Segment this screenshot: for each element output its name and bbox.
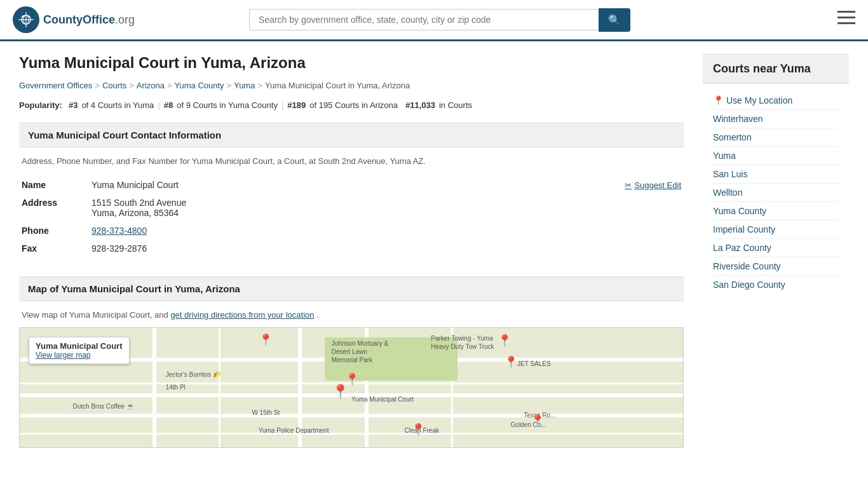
map-pin-main: 📍 [332,384,349,400]
sidebar-link-san-diego-county[interactable]: San Diego County [713,280,785,290]
sidebar-link-somerton[interactable]: Somerton [713,132,752,142]
logo-icon [13,6,39,33]
map-label: Parker Towing - Yuma [431,335,492,342]
map-label: JET SALES [517,360,551,367]
svg-point-5 [22,15,24,18]
map-pin-tl: 📍 [259,333,273,347]
list-item: San Luis [713,165,839,184]
sidebar-link-yuma[interactable]: Yuma [713,151,736,161]
logo[interactable]: CountyOffice.org [13,6,135,33]
map-label: Jector's Burritos 🌮 [166,371,220,378]
rank2-text: of 9 Courts in Yuma County [177,100,278,110]
map-label: Yuma Municipal Court [351,396,414,403]
rank3-text: of 195 Courts in Arizona [309,100,398,110]
directions-link[interactable]: get driving directions from your locatio… [170,310,314,320]
suggest-edit-button[interactable]: ✂ Suggest Edit [625,180,681,190]
list-item: Somerton [713,128,839,147]
fax-value: 928-329-2876 [89,240,684,257]
map-description: View map of Yuma Municipal Court, and ge… [19,310,684,320]
map-road [20,414,683,417]
search-area: 🔍 [249,8,630,32]
address-row: Address 1515 South 2nd Avenue Yuma, Ariz… [19,194,684,222]
map-label: 14th Pl [166,384,186,391]
rank1: #3 [69,100,78,110]
address-line1: 1515 South 2nd Avenue [92,198,681,208]
edit-icon: ✂ [625,180,632,190]
phone-label: Phone [19,222,89,240]
list-item: Imperial County [713,220,839,239]
map-container[interactable]: ARCO Jector's Burritos 🌮 14th Pl Dutch B… [19,327,684,448]
map-label: Memorial Park [332,356,372,363]
sidebar-title: Courts near Yuma [703,54,849,84]
list-item: Riverside County [713,257,839,276]
sidebar-link-san-luis[interactable]: San Luis [713,169,747,179]
list-item: San Diego County [713,276,839,294]
breadcrumb: Government Offices > Courts > Arizona > … [19,81,684,90]
sidebar-link-la-paz-county[interactable]: La Paz County [713,243,771,253]
map-road [153,328,156,447]
rank4: #11,033 [405,100,435,110]
name-label: Name [19,176,89,194]
fax-row: Fax 928-329-2876 [19,240,684,257]
view-larger-map-link[interactable]: View larger map [36,351,90,360]
location-pin-icon: 📍 [713,95,724,105]
map-section-header: Map of Yuma Municipal Court in Yuma, Ari… [19,276,684,301]
map-pin-blue: 📍 [498,334,512,348]
breadcrumb-courts[interactable]: Courts [102,81,126,90]
map-label: Desert Lawn [332,348,367,355]
map-road [219,328,220,447]
list-item: Wellton [713,184,839,202]
map-pin-br: 📍 [531,414,545,428]
main-container: Yuma Municipal Court in Yuma, Arizona Go… [0,41,868,473]
breadcrumb-current: Yuma Municipal Court in Yuma, Arizona [265,81,410,90]
list-item: Winterhaven [713,110,839,128]
svg-rect-9 [837,22,855,24]
address-line2: Yuma, Arizona, 85364 [92,208,681,218]
sidebar-list: 📍 Use My Location Winterhaven Somerton Y… [703,86,849,299]
breadcrumb-yuma-county[interactable]: Yuma County [175,81,224,90]
sidebar-link-imperial-county[interactable]: Imperial County [713,224,775,234]
hamburger-menu-icon[interactable] [837,11,855,29]
popularity-info: Popularity: #3 of 4 Courts in Yuma | #8 … [19,100,684,110]
page-title: Yuma Municipal Court in Yuma, Arizona [19,54,684,72]
name-value: Yuma Municipal Court [92,180,179,190]
logo-text: CountyOffice.org [43,13,135,27]
contact-section-header: Yuma Municipal Court Contact Information [19,123,684,147]
sidebar-link-winterhaven[interactable]: Winterhaven [713,114,763,124]
list-item: Yuma [713,147,839,165]
rank2: #8 [164,100,173,110]
map-label: W 15th St [252,409,280,416]
fax-label: Fax [19,240,89,257]
address-label: Address [19,194,89,222]
sidebar-link-yuma-county[interactable]: Yuma County [713,206,766,216]
map-label: Yuma Police Department [259,427,329,434]
list-item: La Paz County [713,239,839,257]
map-popup: Yuma Municipal Court View larger map [29,337,130,364]
search-icon: 🔍 [608,15,621,25]
map-popup-title: Yuma Municipal Court [36,341,123,351]
svg-point-6 [29,16,31,18]
breadcrumb-gov-offices[interactable]: Government Offices [19,81,92,90]
use-my-location-item: 📍 Use My Location [713,92,839,110]
map-road [20,433,683,435]
sidebar-link-riverside-county[interactable]: Riverside County [713,261,781,271]
rank1-text: of 4 Courts in Yuma [81,100,154,110]
contact-section: Yuma Municipal Court Contact Information… [19,123,684,257]
phone-value[interactable]: 928-373-4800 [92,226,147,236]
search-input[interactable] [249,9,599,30]
breadcrumb-yuma[interactable]: Yuma [234,81,255,90]
content-area: Yuma Municipal Court in Yuma, Arizona Go… [19,54,684,461]
map-label: Heavy Duty Tow Truck [431,343,494,350]
site-header: CountyOffice.org 🔍 [0,0,868,41]
search-button[interactable]: 🔍 [599,8,630,32]
sidebar-link-wellton[interactable]: Wellton [713,187,742,198]
map-label: Johnson Mortuary & [332,340,389,347]
rank3: #189 [287,100,306,110]
map-section: Map of Yuma Municipal Court in Yuma, Ari… [19,276,684,448]
breadcrumb-arizona[interactable]: Arizona [137,81,165,90]
use-my-location-link[interactable]: Use My Location [726,95,792,105]
svg-rect-7 [837,11,855,13]
rank4-text: in Courts [439,100,472,110]
map-pin-blue2: 📍 [504,355,518,369]
contact-description: Address, Phone Number, and Fax Number fo… [19,156,684,166]
